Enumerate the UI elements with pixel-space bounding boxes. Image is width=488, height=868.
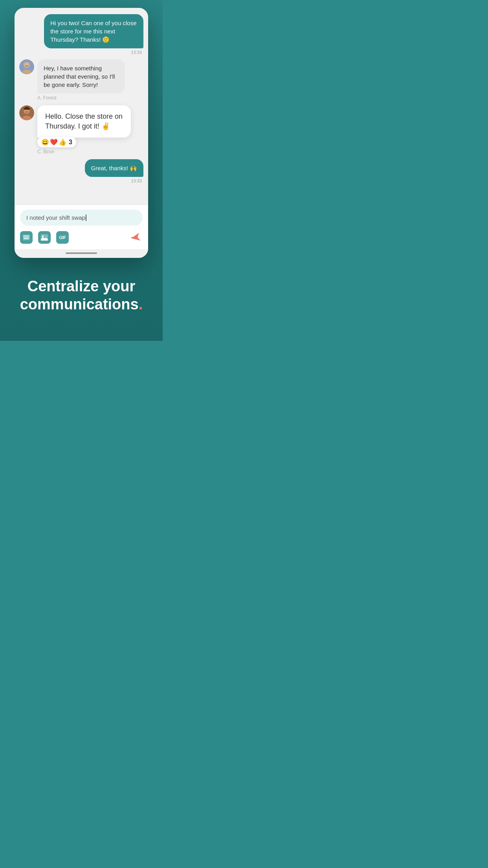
svg-rect-12 [28,235,29,236]
received-message-large: Hello. Close the store on Thursday. I go… [19,105,131,154]
bottom-title: Centralize your communications. [12,278,151,313]
toolbar: GIF [20,230,143,245]
keyboard-button[interactable] [20,231,33,244]
sender-name: A. Forest [19,95,125,101]
message-time: 13:33 [44,50,143,55]
chat-area: Hi you two! Can one of you close the sto… [15,8,148,204]
svg-rect-17 [24,238,29,239]
sent-message-1: Hi you two! Can one of you close the sto… [44,14,143,55]
chat-input-area: I noted your shift swap [15,204,148,249]
svg-rect-10 [25,235,26,236]
title-line1: Centralize your [28,278,136,294]
gif-button[interactable]: GIF [56,231,69,244]
message-time: 13:33 [85,178,143,183]
send-button[interactable] [128,230,143,245]
message-text: Great, thanks! 🙌 [91,165,137,171]
sent-message-2: Great, thanks! 🙌 13:33 [85,159,143,183]
reaction-count: 3 [69,139,72,146]
message-text: Hello. Close the store on Thursday. I go… [45,112,123,130]
sender-name: C. Biron [19,149,131,154]
image-button[interactable] [38,231,51,244]
message-text: Hi you two! Can one of you close the sto… [50,20,136,43]
emoji-grin: 😀 [41,138,49,146]
emoji-thumbsup: 👍 [59,138,66,146]
input-text: I noted your shift swap [26,214,85,221]
svg-rect-16 [28,237,29,238]
title-line2: communications [20,296,139,313]
received-message-1: Hey, I have something planned that eveni… [19,59,125,101]
svg-point-19 [42,235,44,237]
svg-rect-14 [25,237,26,238]
message-text: Hey, I have something planned that eveni… [44,65,115,88]
page-background: Hi you two! Can one of you close the sto… [0,0,163,341]
home-bar [66,252,97,254]
svg-point-3 [24,63,29,68]
phone-mockup: Hi you two! Can one of you close the sto… [15,8,148,258]
cursor [86,215,86,221]
svg-rect-9 [24,235,25,236]
avatar-woman [19,105,34,120]
bottom-section: Centralize your communications. [0,258,163,325]
home-indicator [15,249,148,258]
svg-rect-15 [27,237,28,238]
message-bubble: Hi you two! Can one of you close the sto… [44,14,143,48]
reaction-badge: 😀 ❤️ 👍 3 [37,137,76,147]
message-input[interactable]: I noted your shift swap [20,210,143,226]
svg-rect-13 [24,237,25,238]
message-bubble: Hello. Close the store on Thursday. I go… [37,105,131,138]
gif-label: GIF [59,235,66,240]
message-bubble: Great, thanks! 🙌 [85,159,143,177]
emoji-heart: ❤️ [50,138,58,146]
svg-rect-11 [27,235,28,236]
avatar-man [19,59,34,74]
message-bubble: Hey, I have something planned that eveni… [37,59,125,94]
accent-dot: . [139,296,143,313]
